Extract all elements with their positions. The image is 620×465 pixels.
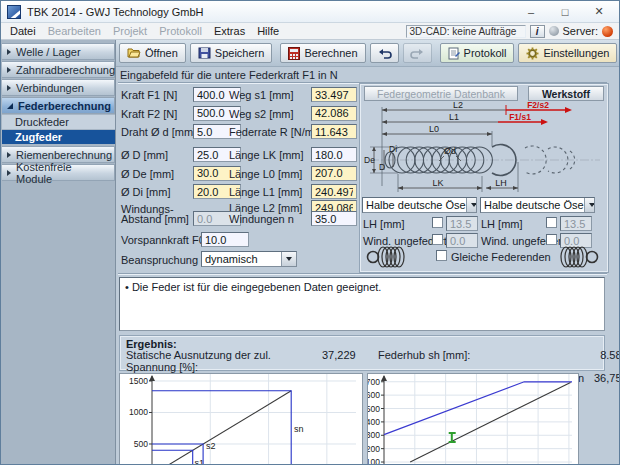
sidebar-item-zahnradberechnung[interactable]: Zahnradberechnung <box>2 61 115 78</box>
gear-icon <box>526 47 539 60</box>
form-row: Ø D [mm] Länge LK [mm] <box>119 147 359 162</box>
sidebar-item-kostenfreie-module[interactable]: Kostenfreie Module <box>2 164 115 181</box>
module-sidebar: Welle / Lager Zahnradberechnung Verbindu… <box>1 40 116 464</box>
document-icon <box>448 47 460 60</box>
weg-s1-output <box>311 87 357 102</box>
maximize-icon[interactable]: □ <box>551 2 579 22</box>
chevron-down-icon <box>584 198 595 212</box>
svg-text:D: D <box>379 162 385 172</box>
redo-arrow-icon <box>410 48 425 59</box>
gleiche-federenden-checkbox[interactable] <box>436 250 447 261</box>
save-button[interactable]: Speichern <box>190 43 273 63</box>
minimize-icon[interactable]: – <box>517 2 545 22</box>
title-bar: TBK 2014 - GWJ Technology GmbH – □ ✕ <box>1 1 619 23</box>
svg-text:Ød: Ød <box>444 146 456 156</box>
menu-extras[interactable]: Extras <box>208 24 251 38</box>
windungen-label: Windungen n <box>229 213 294 225</box>
svg-text:s2: s2 <box>206 441 216 451</box>
svg-text:L0: L0 <box>429 124 439 134</box>
svg-text:Di: Di <box>389 144 397 154</box>
federrate-output <box>311 124 357 139</box>
floppy-disk-icon <box>198 47 211 59</box>
sidebar-item-druckfeder[interactable]: Druckfeder <box>2 115 115 129</box>
svg-text:L2: L2 <box>453 102 463 110</box>
lh-left-input <box>446 216 478 231</box>
svg-text:L1: L1 <box>449 112 459 122</box>
undo-button[interactable] <box>370 43 399 63</box>
sidebar-item-verbindungen[interactable]: Verbindungen <box>2 79 115 96</box>
chevron-down-icon <box>466 198 477 212</box>
left-spring-end-icon <box>365 244 409 270</box>
svg-text:300: 300 <box>368 430 380 440</box>
calculator-icon <box>288 47 300 60</box>
lh-left-checkbox[interactable] <box>432 217 443 228</box>
weg-s2-output <box>311 106 357 121</box>
menu-datei[interactable]: Datei <box>4 24 42 38</box>
sidebar-item-welle-lager[interactable]: Welle / Lager <box>2 43 115 60</box>
svg-text:500: 500 <box>368 404 380 414</box>
winding-spacing-label-2: Abstand [mm] <box>121 213 189 225</box>
sidebar-item-zugfeder[interactable]: Zugfeder <box>2 130 115 144</box>
calculate-button[interactable]: Berechnen <box>280 43 365 63</box>
lh-right-checkbox[interactable] <box>546 217 557 228</box>
chevron-right-icon <box>7 67 11 73</box>
divider <box>118 273 607 275</box>
validation-message-box: • Die Feder ist für die eingegebenen Dat… <box>119 277 605 331</box>
menu-projekt: Projekt <box>107 24 153 38</box>
svg-text:1000: 1000 <box>129 407 148 417</box>
chevron-right-icon <box>7 152 11 158</box>
chevron-down-icon <box>281 252 296 266</box>
beanspruchung-label: Beanspruchung <box>121 254 198 266</box>
werkstoff-button[interactable]: Werkstoff <box>528 86 604 101</box>
redo-button <box>403 43 432 63</box>
app-window: TBK 2014 - GWJ Technology GmbH – □ ✕ Dat… <box>0 0 620 465</box>
app-icon <box>7 5 21 19</box>
right-end-type-select[interactable]: Halbe deutsche Öse <box>480 197 595 213</box>
cad-status-led <box>549 26 559 36</box>
result-label: Federhub sh [mm]: <box>378 350 594 373</box>
menu-bearbeiten: Bearbeiten <box>42 24 107 38</box>
chevron-expanded-icon <box>7 103 13 109</box>
open-folder-icon <box>127 47 141 59</box>
beanspruchung-select[interactable]: dynamisch <box>201 251 297 267</box>
left-end-type-select[interactable]: Halbe deutsche Öse <box>362 197 477 213</box>
force-deflection-chart: 50010001500s1s2sn <box>119 373 363 465</box>
chevron-right-icon <box>7 85 11 91</box>
vorspannkraft-input[interactable] <box>201 232 249 247</box>
form-row: Ø Di [mm] Länge L1 [mm] <box>119 184 359 199</box>
validation-message: • Die Feder ist für die eingegebenen Dat… <box>125 281 381 293</box>
stress-deflection-chart: 100200300400500600700 <box>367 373 579 465</box>
undo-arrow-icon <box>377 48 392 59</box>
settings-button[interactable]: Einstellungen <box>518 43 617 63</box>
sidebar-item-federberechnung[interactable]: Federberechnung <box>2 97 115 114</box>
form-row: Ø De [mm] Länge L0 [mm] <box>119 166 359 181</box>
wind-ungefedert-left-checkbox[interactable] <box>432 234 443 245</box>
windungen-n-input[interactable] <box>311 211 357 226</box>
svg-text:sn: sn <box>294 424 304 434</box>
gleiche-federenden-label: Gleiche Federenden <box>451 251 551 263</box>
laenge-lk-input[interactable] <box>311 147 357 162</box>
server-status-led <box>602 26 613 37</box>
geometry-database-button: Federgeometrie Datenbank <box>364 86 518 101</box>
menu-hilfe[interactable]: Hilfe <box>251 24 285 38</box>
svg-text:1500: 1500 <box>129 376 148 386</box>
svg-text:600: 600 <box>368 390 380 400</box>
svg-text:De: De <box>364 155 375 165</box>
protocol-button[interactable]: Protokoll <box>440 43 515 63</box>
info-icon[interactable]: i <box>530 25 545 38</box>
close-icon[interactable]: ✕ <box>585 2 613 22</box>
svg-text:400: 400 <box>368 417 380 427</box>
result-value: 8.589 <box>594 350 620 373</box>
svg-text:LK: LK <box>432 178 443 188</box>
open-button[interactable]: Öffnen <box>119 43 186 63</box>
form-row: Kraft F2 [N] Weg s2 [mm] <box>119 106 359 121</box>
chevron-right-icon <box>7 170 11 176</box>
spring-input-form: Kraft F1 [N] Weg s1 [mm] Kraft F2 [N] We… <box>119 86 359 272</box>
laenge-l0-output <box>311 166 357 181</box>
lh-right-input <box>560 216 592 231</box>
laenge-l1-output <box>311 184 357 199</box>
svg-text:500: 500 <box>134 439 148 449</box>
svg-text:700: 700 <box>368 377 380 387</box>
result-value: 37,229 <box>322 350 378 373</box>
svg-text:200: 200 <box>368 444 380 454</box>
